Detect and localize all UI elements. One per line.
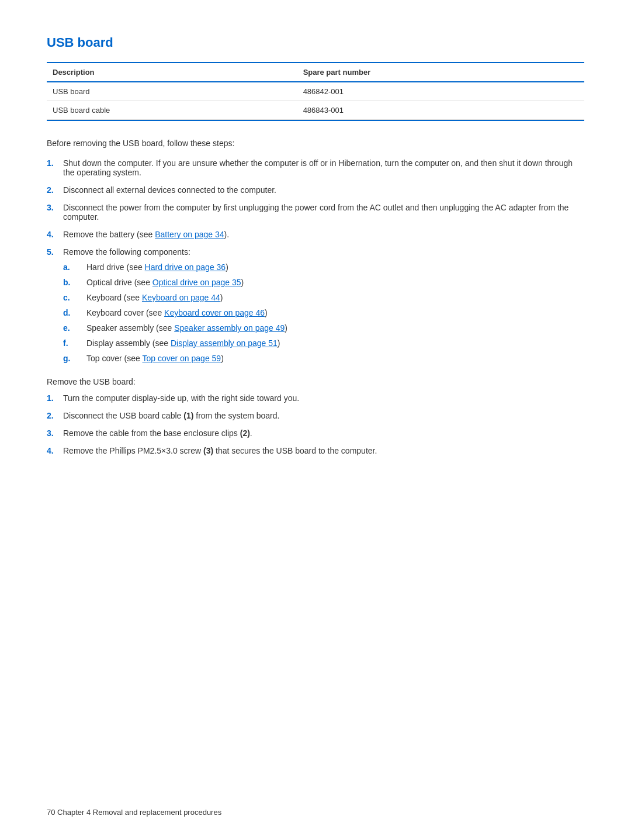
table-row: USB board 486842-001 (47, 82, 584, 101)
page-footer: 70 Chapter 4 Removal and replacement pro… (47, 808, 221, 817)
part-number: 486843-001 (297, 101, 584, 120)
step-number: 2. (47, 185, 63, 195)
prerequisite-steps-list: 1. Shut down the computer. If you are un… (47, 158, 584, 369)
sub-item-text: Display assembly (see Display assembly o… (86, 338, 584, 348)
keyboard-link[interactable]: Keyboard on page 44 (142, 293, 220, 302)
page-title: USB board (47, 35, 584, 50)
speaker-assembly-link[interactable]: Speaker assembly on page 49 (174, 323, 285, 333)
hard-drive-link[interactable]: Hard drive on page 36 (145, 262, 226, 272)
sub-item-text: Top cover (see Top cover on page 59) (86, 354, 584, 363)
sub-list-item: b. Optical drive (see Optical drive on p… (63, 278, 584, 287)
list-item: 5. Remove the following components: a. H… (47, 247, 584, 369)
sub-item-label: f. (63, 338, 86, 348)
step-text: Disconnect all external devices connecte… (63, 185, 584, 195)
sub-list-item: d. Keyboard cover (see Keyboard cover on… (63, 308, 584, 317)
step-text: Remove the Phillips PM2.5×3.0 screw (3) … (63, 446, 584, 455)
step-text: Disconnect the USB board cable (1) from … (63, 411, 584, 420)
col-part-number-header: Spare part number (297, 63, 584, 82)
sub-list-item: g. Top cover (see Top cover on page 59) (63, 354, 584, 363)
sub-item-text: Keyboard (see Keyboard on page 44) (86, 293, 584, 302)
sub-item-label: b. (63, 278, 86, 287)
sub-components-list: a. Hard drive (see Hard drive on page 36… (63, 262, 584, 363)
list-item: 4. Remove the battery (see Battery on pa… (47, 230, 584, 239)
step-number: 1. (47, 158, 63, 168)
remove-usb-board-label: Remove the USB board: (47, 377, 584, 386)
parts-table: Description Spare part number USB board … (47, 62, 584, 121)
step-text: Remove the cable from the base enclosure… (63, 428, 584, 438)
sub-list-item: c. Keyboard (see Keyboard on page 44) (63, 293, 584, 302)
top-cover-link[interactable]: Top cover on page 59 (142, 354, 221, 363)
step-number: 5. (47, 247, 63, 257)
keyboard-cover-link[interactable]: Keyboard cover on page 46 (164, 308, 265, 317)
list-item: 3. Disconnect the power from the compute… (47, 203, 584, 222)
step-number: 2. (47, 411, 63, 420)
step-number: 4. (47, 230, 63, 239)
step-text: Remove the following components: a. Hard… (63, 247, 584, 369)
step-text: Disconnect the power from the computer b… (63, 203, 584, 222)
intro-text: Before removing the USB board, follow th… (47, 139, 584, 148)
step-number: 4. (47, 446, 63, 455)
step-number: 3. (47, 203, 63, 212)
sub-item-label: c. (63, 293, 86, 302)
list-item: 4. Remove the Phillips PM2.5×3.0 screw (… (47, 446, 584, 455)
list-item: 2. Disconnect all external devices conne… (47, 185, 584, 195)
list-item: 1. Shut down the computer. If you are un… (47, 158, 584, 177)
sub-list-item: f. Display assembly (see Display assembl… (63, 338, 584, 348)
part-description: USB board (47, 82, 297, 101)
battery-link[interactable]: Battery on page 34 (155, 230, 224, 239)
sub-list-item: a. Hard drive (see Hard drive on page 36… (63, 262, 584, 272)
sub-list-item: e. Speaker assembly (see Speaker assembl… (63, 323, 584, 333)
sub-item-text: Hard drive (see Hard drive on page 36) (86, 262, 584, 272)
list-item: 1. Turn the computer display-side up, wi… (47, 393, 584, 403)
step-text: Turn the computer display-side up, with … (63, 393, 584, 403)
display-assembly-link[interactable]: Display assembly on page 51 (171, 338, 278, 348)
step-text: Remove the battery (see Battery on page … (63, 230, 584, 239)
list-item: 2. Disconnect the USB board cable (1) fr… (47, 411, 584, 420)
sub-item-label: d. (63, 308, 86, 317)
step-number: 1. (47, 393, 63, 403)
part-number: 486842-001 (297, 82, 584, 101)
sub-item-label: a. (63, 262, 86, 272)
removal-steps-list: 1. Turn the computer display-side up, wi… (47, 393, 584, 455)
step-number: 3. (47, 428, 63, 438)
col-description-header: Description (47, 63, 297, 82)
sub-item-text: Optical drive (see Optical drive on page… (86, 278, 584, 287)
sub-item-label: e. (63, 323, 86, 333)
optical-drive-link[interactable]: Optical drive on page 35 (152, 278, 241, 287)
table-row: USB board cable 486843-001 (47, 101, 584, 120)
sub-item-text: Speaker assembly (see Speaker assembly o… (86, 323, 584, 333)
sub-item-label: g. (63, 354, 86, 363)
list-item: 3. Remove the cable from the base enclos… (47, 428, 584, 438)
part-description: USB board cable (47, 101, 297, 120)
step-text: Shut down the computer. If you are unsur… (63, 158, 584, 177)
sub-item-text: Keyboard cover (see Keyboard cover on pa… (86, 308, 584, 317)
